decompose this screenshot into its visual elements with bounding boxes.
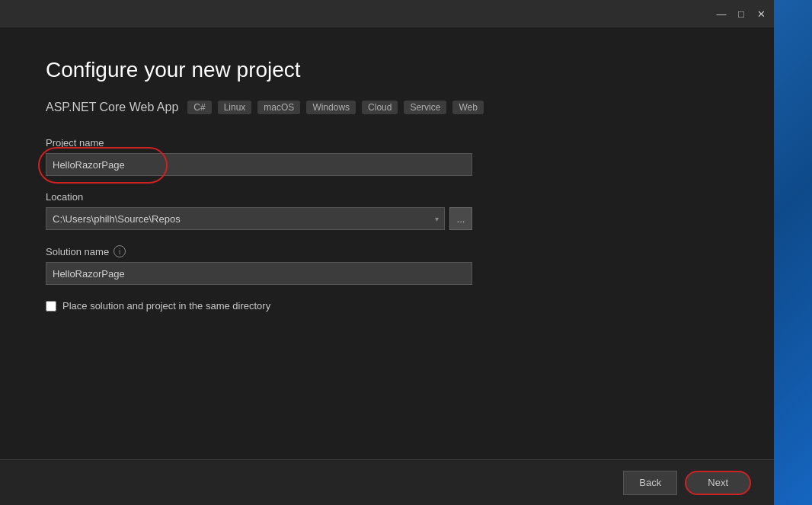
template-name: ASP.NET Core Web App [46,101,178,114]
solution-name-label: Solution name i [46,245,728,257]
same-directory-checkbox-row: Place solution and project in the same d… [46,300,728,312]
same-directory-label[interactable]: Place solution and project in the same d… [62,300,270,312]
browse-button[interactable]: ... [449,207,472,230]
location-section: Location C:\Users\philh\Source\Repos ▾ .… [46,191,728,230]
bottom-bar: Back Next [0,459,774,505]
solution-name-section: Solution name i [46,245,728,285]
maximize-button[interactable]: □ [736,8,746,19]
location-row: C:\Users\philh\Source\Repos ▾ ... [46,207,728,230]
minimize-button[interactable]: — [716,8,727,19]
same-directory-checkbox[interactable] [46,301,56,312]
tag-linux: Linux [218,101,252,114]
solution-name-info-icon[interactable]: i [113,245,126,257]
next-button[interactable]: Next [685,471,751,495]
solution-name-input[interactable] [46,262,472,285]
window-chrome: — □ ✕ [0,0,774,27]
tag-service: Service [404,101,446,114]
blue-side-panel [774,0,812,505]
project-name-section: Project name [46,137,728,176]
location-select[interactable]: C:\Users\philh\Source\Repos [46,207,445,230]
project-name-label: Project name [46,137,728,149]
tag-windows: Windows [306,101,356,114]
close-button[interactable]: ✕ [756,8,766,19]
location-label: Location [46,191,728,203]
tag-cloud: Cloud [362,101,398,114]
tag-csharp: C# [187,101,211,114]
main-content: Configure your new project ASP.NET Core … [0,27,774,505]
template-info-row: ASP.NET Core Web App C# Linux macOS Wind… [46,101,728,114]
back-button[interactable]: Back [623,471,677,495]
page-title: Configure your new project [46,58,728,82]
location-select-wrapper: C:\Users\philh\Source\Repos ▾ [46,207,445,230]
project-name-input[interactable] [46,153,472,176]
project-name-wrapper [46,153,472,176]
tag-web: Web [452,101,483,114]
tag-macos: macOS [257,101,300,114]
